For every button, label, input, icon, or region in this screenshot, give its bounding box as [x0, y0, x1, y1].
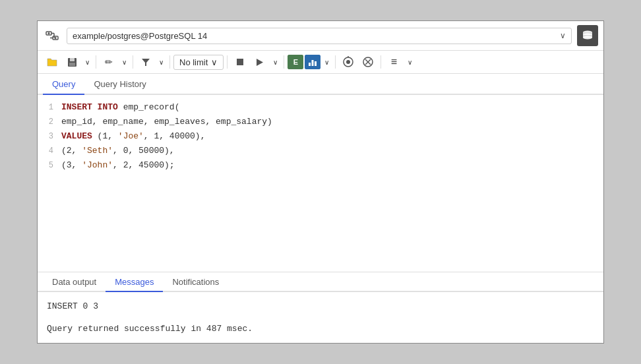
stop-button[interactable] [231, 53, 249, 71]
divider-4 [227, 55, 228, 69]
svg-point-5 [48, 32, 50, 34]
rollback-button[interactable] [359, 53, 377, 71]
connection-icon [43, 26, 61, 45]
svg-point-22 [346, 60, 350, 64]
play-group: ∨ [251, 53, 280, 71]
play-button[interactable] [251, 53, 269, 71]
output-area: INSERT 0 3 Query returned successfully i… [38, 292, 603, 343]
edit-chevron-button[interactable]: ∨ [119, 53, 129, 71]
filter-chevron-button[interactable]: ∨ [156, 53, 166, 71]
divider-1 [96, 55, 96, 69]
code-line-4: 4 (2, 'Seth', 0, 50000), [38, 144, 603, 158]
db-server-icon[interactable] [577, 25, 598, 46]
svg-rect-19 [312, 60, 314, 66]
code-line-3: 3 VALUES (1, 'Joe', 1, 40000), [38, 129, 603, 144]
line-code-4: (2, 'Seth', 0, 50000), [61, 144, 175, 158]
open-button[interactable] [43, 53, 61, 71]
chart-chevron-button[interactable]: ∨ [321, 53, 332, 71]
result-tabs: Data output Messages Notifications [38, 272, 603, 292]
svg-point-11 [583, 36, 592, 40]
query-tabs: Query Query History [38, 74, 603, 95]
output-line-2 [47, 315, 594, 321]
output-line-3: Query returned successfully in 487 msec. [47, 321, 594, 336]
svg-marker-17 [257, 59, 263, 66]
save-chevron-button[interactable]: ∨ [82, 53, 92, 71]
line-num-3: 3 [38, 130, 61, 143]
no-limit-label: No limit [179, 57, 208, 67]
output-line-1: INSERT 0 3 [47, 299, 594, 314]
edit-group: ✏ ∨ [100, 53, 129, 71]
tab-data-output[interactable]: Data output [43, 272, 106, 292]
divider-3 [169, 55, 170, 69]
connection-text: example/postgres@PostgreSQL 14 [73, 31, 207, 41]
top-bar: example/postgres@PostgreSQL 14 ∨ [38, 21, 603, 51]
toolbar: ∨ ✏ ∨ ∨ No limit ∨ [38, 51, 603, 74]
macro-button[interactable]: ≡ [384, 53, 403, 71]
line-num-2: 2 [38, 115, 61, 129]
save-button[interactable] [63, 53, 81, 71]
save-group: ∨ [63, 53, 92, 71]
code-line-2: 2 emp_id, emp_name, emp_leaves, emp_sala… [38, 115, 603, 129]
filter-group: ∨ [137, 53, 166, 71]
tab-query[interactable]: Query [43, 74, 84, 95]
play-chevron-button[interactable]: ∨ [270, 53, 280, 71]
chart-button[interactable] [305, 55, 320, 69]
no-limit-dropdown[interactable]: No limit ∨ [173, 55, 224, 70]
tab-notifications[interactable]: Notifications [163, 272, 228, 292]
chart-group: ∨ [305, 53, 332, 71]
connection-chevron: ∨ [560, 31, 566, 40]
code-editor[interactable]: 1 INSERT INTO emp_record( 2 emp_id, emp_… [38, 95, 603, 272]
divider-6 [335, 55, 336, 69]
line-code-3: VALUES (1, 'Joe', 1, 40000), [61, 129, 205, 144]
svg-rect-13 [70, 58, 75, 61]
tab-query-history[interactable]: Query History [84, 74, 155, 95]
explain-button[interactable]: E [288, 55, 303, 69]
tab-messages[interactable]: Messages [106, 272, 163, 292]
line-num-1: 1 [38, 101, 61, 114]
line-num-4: 4 [38, 144, 61, 158]
svg-rect-18 [309, 63, 311, 66]
line-code-5: (3, 'John', 2, 45000); [61, 158, 175, 173]
svg-point-6 [55, 37, 57, 39]
divider-7 [381, 55, 381, 69]
main-window: example/postgres@PostgreSQL 14 ∨ [37, 20, 604, 344]
line-num-5: 5 [38, 159, 61, 172]
svg-rect-14 [69, 63, 75, 66]
line-code-2: emp_id, emp_name, emp_leaves, emp_salary… [61, 115, 272, 129]
line-code-1: INSERT INTO emp_record( [61, 100, 179, 115]
svg-marker-15 [142, 59, 150, 66]
divider-2 [133, 55, 133, 69]
code-line-5: 5 (3, 'John', 2, 45000); [38, 158, 603, 173]
edit-button[interactable]: ✏ [100, 53, 118, 71]
svg-rect-20 [315, 61, 317, 66]
filter-button[interactable] [137, 53, 155, 71]
commit-button[interactable] [339, 53, 357, 71]
macro-chevron-button[interactable]: ∨ [404, 53, 415, 71]
divider-5 [284, 55, 284, 69]
connection-dropdown[interactable]: example/postgres@PostgreSQL 14 ∨ [67, 28, 572, 44]
code-line-1: 1 INSERT INTO emp_record( [38, 100, 603, 115]
no-limit-chevron: ∨ [211, 57, 218, 67]
svg-rect-16 [237, 59, 243, 65]
